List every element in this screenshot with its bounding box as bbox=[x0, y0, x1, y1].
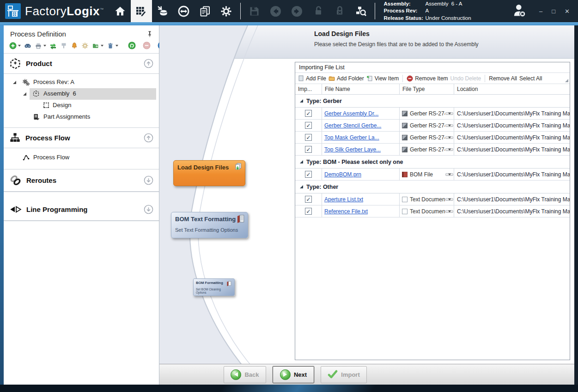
circle-down-arrow-icon[interactable] bbox=[144, 205, 153, 214]
maximize-button[interactable]: □ bbox=[552, 8, 555, 15]
column-location[interactable]: Location bbox=[454, 84, 570, 94]
minimize-button[interactable]: – bbox=[539, 8, 542, 15]
group-header-gerber[interactable]: Type: Gerber bbox=[295, 95, 570, 108]
back-button[interactable]: Back bbox=[224, 366, 266, 383]
file-type-dropdown[interactable] bbox=[445, 136, 453, 139]
file-type-dropdown[interactable] bbox=[445, 112, 453, 115]
import-checkbox[interactable]: ✓ bbox=[305, 196, 312, 203]
group-header-bom[interactable]: Type: BOM - Please select only one bbox=[295, 156, 570, 169]
import-button[interactable]: Import bbox=[321, 366, 367, 383]
circle-down-arrow-icon[interactable] bbox=[144, 175, 153, 185]
flow-search-button[interactable] bbox=[350, 0, 371, 22]
add-file-button[interactable]: Add File bbox=[298, 75, 326, 82]
remove-item-button[interactable]: Remove Item bbox=[407, 75, 448, 82]
file-location: C:\Users\user1\Documents\MyFlx Training … bbox=[454, 132, 570, 143]
export-button[interactable] bbox=[92, 42, 103, 49]
process-definition-button[interactable] bbox=[131, 0, 152, 22]
pin-icon[interactable] bbox=[146, 30, 153, 38]
group-expander-icon[interactable] bbox=[300, 160, 303, 163]
save-icon bbox=[249, 6, 260, 17]
column-headers: Imp... File Name File Type Location bbox=[295, 84, 570, 95]
navigate-forward-button[interactable] bbox=[286, 0, 308, 22]
print-button[interactable] bbox=[35, 42, 46, 49]
file-location: C:\Users\user1\Documents\MyFlx Training … bbox=[454, 144, 570, 155]
add-button[interactable] bbox=[9, 42, 21, 49]
add-folder-button[interactable]: Add Folder bbox=[329, 75, 364, 82]
file-name-link[interactable]: DemoBOM.prn bbox=[322, 171, 361, 178]
expander-icon[interactable] bbox=[13, 81, 16, 84]
documents-button[interactable] bbox=[195, 0, 216, 22]
sidebar-title: Process Definition bbox=[10, 30, 66, 38]
sync-button[interactable] bbox=[173, 0, 195, 22]
compare-button[interactable] bbox=[49, 42, 57, 49]
node-bom-formatting[interactable]: BOM Formatting Set BOM Cleaning Options bbox=[193, 278, 235, 296]
settings-button[interactable] bbox=[216, 0, 237, 22]
import-checkbox[interactable]: ✓ bbox=[305, 208, 312, 215]
data-import-button[interactable] bbox=[152, 0, 173, 22]
file-name-link[interactable]: Reference File.txt bbox=[322, 208, 368, 215]
group-expander-icon[interactable] bbox=[300, 99, 303, 103]
file-type-dropdown[interactable] bbox=[445, 173, 453, 176]
undo-delete-button[interactable]: Undo Delete bbox=[450, 75, 481, 82]
release-status-label: Release Status: bbox=[384, 15, 424, 22]
file-type-dropdown[interactable] bbox=[445, 210, 453, 213]
column-file-type[interactable]: File Type bbox=[400, 84, 454, 94]
column-import[interactable]: Imp... bbox=[295, 84, 322, 94]
file-name-link[interactable]: Top Mask Gerber La... bbox=[322, 134, 379, 141]
unlock-button[interactable] bbox=[308, 0, 329, 22]
file-type-dropdown[interactable] bbox=[445, 124, 453, 127]
select-all-button[interactable]: Select All bbox=[519, 75, 542, 82]
file-name-link[interactable]: Top Silk Gerber Laye... bbox=[322, 146, 381, 153]
find-button[interactable] bbox=[24, 42, 31, 49]
section-header-product[interactable]: Product bbox=[4, 54, 159, 74]
import-checkbox[interactable]: ✓ bbox=[305, 134, 312, 141]
tree-item-assembly[interactable]: Assembly 6 bbox=[4, 88, 159, 100]
titlebar: FactoryLogix™ bbox=[0, 0, 578, 22]
bom-file-icon bbox=[402, 172, 408, 177]
view-item-button[interactable]: View Item bbox=[366, 75, 399, 82]
alerts-button[interactable] bbox=[71, 42, 78, 49]
navigate-back-button[interactable] bbox=[265, 0, 286, 22]
group-expander-icon[interactable] bbox=[300, 185, 303, 188]
publish-button[interactable] bbox=[60, 42, 67, 49]
import-checkbox[interactable]: ✓ bbox=[305, 122, 312, 129]
section-header-reroutes[interactable]: Reroutes bbox=[4, 169, 159, 192]
tree-item-process-flow[interactable]: Process Flow bbox=[4, 152, 159, 163]
toolbar-gripper-icon[interactable] bbox=[565, 79, 568, 82]
home-button[interactable] bbox=[110, 0, 131, 22]
tree-item-design[interactable]: Design bbox=[4, 100, 159, 111]
import-checkbox[interactable]: ✓ bbox=[305, 171, 312, 178]
expander-icon[interactable] bbox=[23, 92, 26, 96]
tree-item-part-assignments[interactable]: Part Assignments bbox=[4, 111, 159, 123]
tree-item-label: Process Rev: A bbox=[33, 78, 74, 85]
file-location: C:\Users\user1\Documents\MyFlx Training … bbox=[454, 193, 570, 205]
file-name-link[interactable]: Aperture List.txt bbox=[322, 196, 363, 203]
close-button[interactable]: ✕ bbox=[565, 8, 570, 15]
options-button[interactable] bbox=[81, 42, 89, 49]
section-reroutes: Reroutes bbox=[4, 169, 159, 192]
delete-button[interactable] bbox=[107, 42, 118, 49]
file-type-dropdown[interactable] bbox=[445, 198, 453, 201]
file-type-dropdown[interactable] bbox=[445, 148, 453, 151]
remove-all-button[interactable]: Remove All bbox=[489, 75, 517, 82]
group-header-other[interactable]: Type: Other bbox=[295, 181, 570, 193]
assembly-info: Assembly: Assembly 6 - A Process Rev: A … bbox=[384, 0, 471, 22]
save-button[interactable] bbox=[244, 0, 265, 22]
remove-button[interactable] bbox=[143, 42, 151, 49]
tree-item-process-rev[interactable]: Process Rev: A bbox=[4, 77, 159, 88]
section-header-process-flow[interactable]: Process Flow bbox=[4, 128, 159, 148]
logout-user-button[interactable] bbox=[511, 3, 527, 19]
refresh-button[interactable] bbox=[128, 42, 136, 49]
circle-up-arrow-icon[interactable] bbox=[144, 133, 153, 143]
section-header-line-programming[interactable]: Line Programming bbox=[4, 199, 159, 221]
file-name-link[interactable]: Gerber Stencil Gerbe... bbox=[322, 122, 381, 129]
next-button[interactable]: Next bbox=[273, 366, 314, 383]
import-checkbox[interactable]: ✓ bbox=[305, 146, 312, 153]
column-file-name[interactable]: File Name bbox=[322, 84, 400, 94]
import-checkbox[interactable]: ✓ bbox=[305, 110, 312, 117]
file-name-link[interactable]: Gerber Assembly Dr... bbox=[322, 110, 378, 117]
node-load-design-files[interactable]: Load Design Files bbox=[173, 160, 245, 186]
circle-up-arrow-icon[interactable] bbox=[144, 59, 153, 68]
lock-cancel-button[interactable] bbox=[329, 0, 350, 22]
node-bom-text-formatting[interactable]: BOM Text Formatting Set Text Formatting … bbox=[171, 212, 248, 238]
